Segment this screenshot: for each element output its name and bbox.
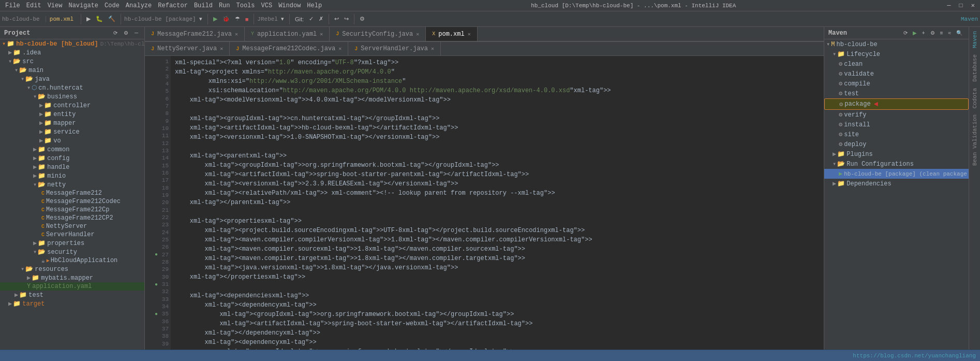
tree-security[interactable]: ▾ 📂 security bbox=[0, 248, 144, 256]
tree-test[interactable]: ▶ 📁 test bbox=[0, 291, 144, 299]
tree-hbcloudapp[interactable]: ☕ ▶ HbCloudApplication bbox=[0, 256, 144, 265]
tree-target[interactable]: ▶ 📁 target bbox=[0, 299, 144, 308]
tab-securityconfig[interactable]: J SecurityConfig.java ✕ bbox=[330, 27, 426, 41]
redo-btn[interactable]: ↪ bbox=[342, 15, 351, 23]
tab-serverhandler[interactable]: J ServerHandler.java ✕ bbox=[348, 42, 441, 55]
maven-run-configs[interactable]: ▾ 📂 Run Configurations bbox=[824, 159, 969, 169]
tree-appyaml[interactable]: Y application.yaml bbox=[0, 282, 144, 291]
maven-search-btn[interactable]: 🔍 bbox=[954, 29, 964, 37]
tree-main[interactable]: ▾ 📂 main bbox=[0, 66, 144, 75]
menu-analyze[interactable]: Analyze bbox=[123, 1, 155, 10]
maven-refresh-btn[interactable]: ⟳ bbox=[901, 29, 910, 37]
tab-close-7[interactable]: ✕ bbox=[431, 46, 434, 52]
undo-btn[interactable]: ↩ bbox=[332, 15, 341, 23]
toolbar-coverage[interactable]: ☂ bbox=[233, 15, 242, 23]
menu-window[interactable]: Window bbox=[275, 1, 304, 10]
maven-lifecycle[interactable]: ▾ 📁 Lifecycle bbox=[824, 49, 969, 59]
menu-run[interactable]: Run bbox=[216, 1, 233, 10]
tab-appyaml[interactable]: Y application.yaml ✕ bbox=[245, 27, 330, 41]
tab-mf212codec[interactable]: J MessageFrame212Codec.java ✕ bbox=[230, 42, 348, 55]
maven-package[interactable]: ⚙ package ◄ bbox=[824, 98, 969, 110]
tree-config[interactable]: ▶ 📁 config bbox=[0, 154, 144, 163]
minimize-btn[interactable]: ─ bbox=[944, 1, 954, 10]
maven-clean[interactable]: ⚙ clean bbox=[824, 59, 969, 69]
tree-minio[interactable]: ▶ 📁 minio bbox=[0, 171, 144, 180]
tree-java[interactable]: ▾ 📂 java bbox=[0, 75, 144, 83]
tab-messageframe[interactable]: J MessageFrame212.java ✕ bbox=[145, 27, 245, 41]
tree-mapper[interactable]: ▶ 📁 mapper bbox=[0, 119, 144, 127]
tree-mf212cp[interactable]: C MessageFrame212Cp bbox=[0, 206, 144, 214]
tree-mf212codec[interactable]: C MessageFrame212Codec bbox=[0, 197, 144, 206]
maven-run-config-item[interactable]: ▶ hb-cloud-be [package] (clean package -… bbox=[824, 169, 969, 179]
tree-properties[interactable]: ▶ 📁 properties bbox=[0, 239, 144, 248]
git-check-btn[interactable]: ✓ bbox=[307, 15, 316, 23]
git-btn[interactable]: Git: bbox=[293, 15, 306, 23]
tree-service[interactable]: ▶ 📁 service bbox=[0, 127, 144, 136]
settings-btn[interactable]: ⚙ bbox=[358, 15, 367, 23]
toolbar-run-green[interactable]: ▶ bbox=[211, 15, 219, 23]
side-codota-btn[interactable]: Codota bbox=[971, 86, 979, 111]
menu-refactor[interactable]: Refactor bbox=[155, 1, 191, 10]
tab-close-6[interactable]: ✕ bbox=[338, 46, 341, 52]
tab-close-1[interactable]: ✕ bbox=[235, 31, 238, 37]
toolbar-stop[interactable]: ■ bbox=[243, 15, 251, 23]
menu-help[interactable]: Help bbox=[304, 1, 325, 10]
maven-run-btn[interactable]: ▶ bbox=[911, 29, 919, 37]
tree-cn-huntercat[interactable]: ▾ ⬡ cn.huntercat bbox=[0, 83, 144, 92]
maximize-btn[interactable]: □ bbox=[956, 1, 966, 10]
maven-compile[interactable]: ⚙ compile bbox=[824, 79, 969, 89]
maven-test[interactable]: ⚙ test bbox=[824, 89, 969, 98]
menu-build[interactable]: Build bbox=[191, 1, 216, 10]
tab-close-4[interactable]: ✕ bbox=[468, 31, 471, 37]
build-btn[interactable]: 🔨 bbox=[106, 15, 117, 23]
menu-view[interactable]: View bbox=[44, 1, 66, 10]
tree-entity[interactable]: ▶ 📁 entity bbox=[0, 110, 144, 119]
maven-plugins[interactable]: ▶ 📁 Plugins bbox=[824, 149, 969, 159]
tree-handle[interactable]: ▶ 📁 handle bbox=[0, 163, 144, 171]
maven-dependencies[interactable]: ▶ 📁 Dependencies bbox=[824, 179, 969, 189]
maven-install[interactable]: ⚙ install bbox=[824, 120, 969, 129]
tree-netty[interactable]: ▾ 📂 netty bbox=[0, 180, 144, 189]
jrebel-dropdown[interactable]: ▾ bbox=[279, 15, 286, 23]
side-beanvalidation-btn[interactable]: Bean Validation bbox=[971, 112, 979, 168]
maven-deploy[interactable]: ⚙ deploy bbox=[824, 139, 969, 149]
side-maven-btn[interactable]: Maven bbox=[971, 29, 979, 50]
tab-close-3[interactable]: ✕ bbox=[416, 31, 419, 37]
tree-serverhandler[interactable]: C ServerHandler bbox=[0, 230, 144, 239]
maven-validate[interactable]: ⚙ validate bbox=[824, 69, 969, 79]
debug-btn[interactable]: 🐛 bbox=[94, 15, 105, 23]
tree-mf212cp2[interactable]: C MessageFrame212CP2 bbox=[0, 214, 144, 222]
tree-vo[interactable]: ▶ 📁 vo bbox=[0, 136, 144, 145]
tree-resources[interactable]: ▾ 📂 resources bbox=[0, 265, 144, 273]
maven-add-btn[interactable]: + bbox=[920, 29, 927, 37]
maven-settings-btn[interactable]: ⚙ bbox=[928, 29, 937, 37]
tree-idea[interactable]: ▶ 📁 .idea bbox=[0, 48, 144, 57]
tree-controller[interactable]: ▶ 📁 controller bbox=[0, 101, 144, 110]
menu-tools[interactable]: Tools bbox=[233, 1, 258, 10]
tree-common[interactable]: ▶ 📁 common bbox=[0, 145, 144, 154]
side-database-btn[interactable]: Database bbox=[971, 52, 979, 84]
menu-code[interactable]: Code bbox=[101, 1, 123, 10]
maven-site[interactable]: ⚙ site bbox=[824, 129, 969, 139]
tab-pom[interactable]: X pom.xml ✕ bbox=[426, 27, 477, 41]
menu-edit[interactable]: Edit bbox=[23, 1, 44, 10]
maven-verify[interactable]: ⚙ verify bbox=[824, 110, 969, 120]
maven-more-btn[interactable]: ≈ bbox=[946, 29, 954, 37]
tree-root[interactable]: ▾ 📁 hb-cloud-be [hb_cloud] D:\Temp\hb-cl… bbox=[0, 39, 144, 48]
tree-mybatis[interactable]: ▶ 📁 mybatis.mapper bbox=[0, 273, 144, 282]
git-x-btn[interactable]: ✗ bbox=[317, 15, 325, 23]
run-btn[interactable]: ▶ bbox=[84, 15, 93, 23]
project-refresh-btn[interactable]: ⟳ bbox=[111, 29, 120, 37]
maven-collapse-btn[interactable]: ≡ bbox=[938, 29, 945, 37]
menu-file[interactable]: File bbox=[2, 1, 23, 10]
menu-vcs[interactable]: VCS bbox=[258, 1, 276, 10]
maven-root[interactable]: ▾ M hb-cloud-be bbox=[824, 39, 969, 49]
project-settings-btn[interactable]: ⚙ bbox=[122, 29, 130, 37]
code-content[interactable]: xml-special"><?xml version="1.0" encodin… bbox=[171, 56, 824, 350]
menu-navigate[interactable]: Navigate bbox=[65, 1, 101, 10]
tree-business[interactable]: ▾ 📂 business bbox=[0, 92, 144, 101]
tab-close-2[interactable]: ✕ bbox=[320, 31, 323, 37]
tree-src[interactable]: ▾ 📂 src bbox=[0, 57, 144, 66]
tree-nettyserver[interactable]: C NettyServer bbox=[0, 222, 144, 230]
tree-mf212[interactable]: C MessageFrame212 bbox=[0, 189, 144, 197]
